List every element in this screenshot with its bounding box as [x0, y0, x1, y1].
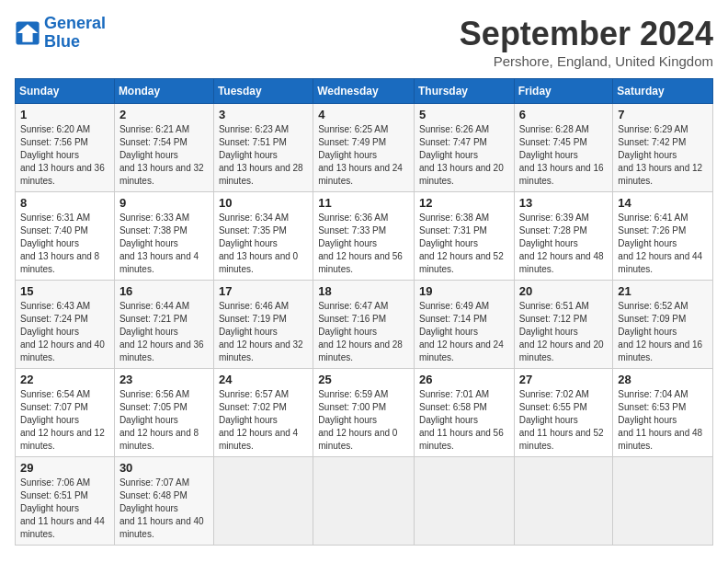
day-info: Sunrise: 6:34 AM Sunset: 7:35 PM Dayligh…: [219, 212, 308, 276]
day-info: Sunrise: 6:41 AM Sunset: 7:26 PM Dayligh…: [618, 212, 708, 276]
calendar-cell: 4 Sunrise: 6:25 AM Sunset: 7:49 PM Dayli…: [313, 104, 415, 192]
day-info: Sunrise: 6:31 AM Sunset: 7:40 PM Dayligh…: [20, 212, 109, 276]
day-info: Sunrise: 7:06 AM Sunset: 6:51 PM Dayligh…: [20, 477, 109, 541]
day-info: Sunrise: 6:39 AM Sunset: 7:28 PM Dayligh…: [519, 212, 609, 276]
calendar-row: 8 Sunrise: 6:31 AM Sunset: 7:40 PM Dayli…: [16, 192, 713, 281]
day-number: 18: [318, 284, 409, 298]
day-info: Sunrise: 6:26 AM Sunset: 7:47 PM Dayligh…: [419, 123, 509, 188]
day-info: Sunrise: 6:33 AM Sunset: 7:38 PM Dayligh…: [119, 212, 209, 276]
day-number: 17: [219, 284, 308, 298]
day-number: 13: [519, 196, 609, 210]
calendar-cell: 20 Sunrise: 6:51 AM Sunset: 7:12 PM Dayl…: [514, 281, 613, 369]
calendar-row: 29 Sunrise: 7:06 AM Sunset: 6:51 PM Dayl…: [16, 457, 713, 546]
calendar-cell: 29 Sunrise: 7:06 AM Sunset: 6:51 PM Dayl…: [16, 457, 115, 546]
calendar-row: 15 Sunrise: 6:43 AM Sunset: 7:24 PM Dayl…: [16, 281, 713, 369]
calendar-cell: 15 Sunrise: 6:43 AM Sunset: 7:24 PM Dayl…: [16, 281, 115, 369]
day-number: 15: [20, 284, 109, 298]
calendar-cell: 6 Sunrise: 6:28 AM Sunset: 7:45 PM Dayli…: [514, 104, 613, 192]
day-info: Sunrise: 6:25 AM Sunset: 7:49 PM Dayligh…: [318, 123, 409, 188]
calendar-cell: 10 Sunrise: 6:34 AM Sunset: 7:35 PM Dayl…: [213, 192, 313, 281]
calendar-cell: [415, 457, 515, 546]
col-wednesday: Wednesday: [313, 79, 415, 104]
day-number: 20: [519, 284, 609, 298]
col-friday: Friday: [514, 79, 613, 104]
day-number: 29: [20, 461, 109, 475]
day-info: Sunrise: 6:43 AM Sunset: 7:24 PM Dayligh…: [20, 300, 109, 364]
calendar-cell: 21 Sunrise: 6:52 AM Sunset: 7:09 PM Dayl…: [613, 281, 713, 369]
day-number: 23: [119, 373, 209, 386]
calendar-cell: 23 Sunrise: 6:56 AM Sunset: 7:05 PM Dayl…: [114, 369, 213, 457]
calendar-cell: 1 Sunrise: 6:20 AM Sunset: 7:56 PM Dayli…: [16, 104, 115, 192]
calendar-cell: 5 Sunrise: 6:26 AM Sunset: 7:47 PM Dayli…: [415, 104, 515, 192]
col-monday: Monday: [114, 79, 213, 104]
day-info: Sunrise: 6:54 AM Sunset: 7:07 PM Dayligh…: [20, 388, 109, 453]
day-info: Sunrise: 6:38 AM Sunset: 7:31 PM Dayligh…: [419, 212, 509, 276]
day-number: 16: [119, 284, 209, 298]
day-info: Sunrise: 7:01 AM Sunset: 6:58 PM Dayligh…: [419, 388, 509, 453]
calendar-row: 22 Sunrise: 6:54 AM Sunset: 7:07 PM Dayl…: [16, 369, 713, 457]
day-info: Sunrise: 7:07 AM Sunset: 6:48 PM Dayligh…: [119, 477, 209, 541]
day-number: 26: [419, 373, 509, 386]
location-title: Pershore, England, United Kingdom: [460, 53, 713, 69]
calendar-cell: 11 Sunrise: 6:36 AM Sunset: 7:33 PM Dayl…: [313, 192, 415, 281]
logo-icon: [15, 20, 40, 46]
day-number: 28: [618, 373, 708, 386]
day-number: 24: [219, 373, 308, 386]
month-title: September 2024: [460, 15, 713, 53]
calendar-cell: 27 Sunrise: 7:02 AM Sunset: 6:55 PM Dayl…: [514, 369, 613, 457]
day-number: 7: [618, 108, 708, 121]
calendar-cell: 9 Sunrise: 6:33 AM Sunset: 7:38 PM Dayli…: [114, 192, 213, 281]
day-number: 5: [419, 108, 509, 121]
calendar-cell: 13 Sunrise: 6:39 AM Sunset: 7:28 PM Dayl…: [514, 192, 613, 281]
day-number: 11: [318, 196, 409, 210]
day-info: Sunrise: 6:49 AM Sunset: 7:14 PM Dayligh…: [419, 300, 509, 364]
calendar-cell: [213, 457, 313, 546]
calendar-cell: 30 Sunrise: 7:07 AM Sunset: 6:48 PM Dayl…: [114, 457, 213, 546]
logo-text: General Blue: [44, 15, 106, 52]
title-area: September 2024 Pershore, England, United…: [460, 15, 713, 69]
logo: General Blue: [15, 15, 106, 52]
day-info: Sunrise: 6:46 AM Sunset: 7:19 PM Dayligh…: [219, 300, 308, 364]
col-thursday: Thursday: [415, 79, 515, 104]
calendar-cell: 8 Sunrise: 6:31 AM Sunset: 7:40 PM Dayli…: [16, 192, 115, 281]
day-number: 3: [219, 108, 308, 121]
day-info: Sunrise: 6:56 AM Sunset: 7:05 PM Dayligh…: [119, 388, 209, 453]
calendar-cell: 2 Sunrise: 6:21 AM Sunset: 7:54 PM Dayli…: [114, 104, 213, 192]
calendar-cell: 26 Sunrise: 7:01 AM Sunset: 6:58 PM Dayl…: [415, 369, 515, 457]
calendar-table: Sunday Monday Tuesday Wednesday Thursday…: [15, 78, 713, 546]
calendar-cell: [613, 457, 713, 546]
calendar-body: 1 Sunrise: 6:20 AM Sunset: 7:56 PM Dayli…: [16, 104, 713, 546]
day-number: 22: [20, 373, 109, 386]
day-info: Sunrise: 6:29 AM Sunset: 7:42 PM Dayligh…: [618, 123, 708, 188]
day-info: Sunrise: 7:04 AM Sunset: 6:53 PM Dayligh…: [618, 388, 708, 453]
day-number: 10: [219, 196, 308, 210]
day-info: Sunrise: 6:51 AM Sunset: 7:12 PM Dayligh…: [519, 300, 609, 364]
day-info: Sunrise: 6:20 AM Sunset: 7:56 PM Dayligh…: [20, 123, 109, 188]
calendar-cell: 12 Sunrise: 6:38 AM Sunset: 7:31 PM Dayl…: [415, 192, 515, 281]
calendar-row: 1 Sunrise: 6:20 AM Sunset: 7:56 PM Dayli…: [16, 104, 713, 192]
day-info: Sunrise: 6:36 AM Sunset: 7:33 PM Dayligh…: [318, 212, 409, 276]
day-number: 12: [419, 196, 509, 210]
day-info: Sunrise: 6:21 AM Sunset: 7:54 PM Dayligh…: [119, 123, 209, 188]
day-number: 14: [618, 196, 708, 210]
day-number: 4: [318, 108, 409, 121]
day-info: Sunrise: 6:28 AM Sunset: 7:45 PM Dayligh…: [519, 123, 609, 188]
calendar-cell: 24 Sunrise: 6:57 AM Sunset: 7:02 PM Dayl…: [213, 369, 313, 457]
calendar-cell: 25 Sunrise: 6:59 AM Sunset: 7:00 PM Dayl…: [313, 369, 415, 457]
day-number: 25: [318, 373, 409, 386]
day-number: 1: [20, 108, 109, 121]
day-number: 21: [618, 284, 708, 298]
calendar-cell: 19 Sunrise: 6:49 AM Sunset: 7:14 PM Dayl…: [415, 281, 515, 369]
day-info: Sunrise: 6:59 AM Sunset: 7:00 PM Dayligh…: [318, 388, 409, 453]
day-info: Sunrise: 7:02 AM Sunset: 6:55 PM Dayligh…: [519, 388, 609, 453]
day-number: 30: [119, 461, 209, 475]
calendar-cell: 7 Sunrise: 6:29 AM Sunset: 7:42 PM Dayli…: [613, 104, 713, 192]
calendar-cell: [514, 457, 613, 546]
page-header: General Blue September 2024 Pershore, En…: [15, 15, 713, 69]
day-info: Sunrise: 6:44 AM Sunset: 7:21 PM Dayligh…: [119, 300, 209, 364]
day-number: 9: [119, 196, 209, 210]
day-number: 2: [119, 108, 209, 121]
calendar-header-row: Sunday Monday Tuesday Wednesday Thursday…: [16, 79, 713, 104]
calendar-cell: [313, 457, 415, 546]
day-info: Sunrise: 6:47 AM Sunset: 7:16 PM Dayligh…: [318, 300, 409, 364]
